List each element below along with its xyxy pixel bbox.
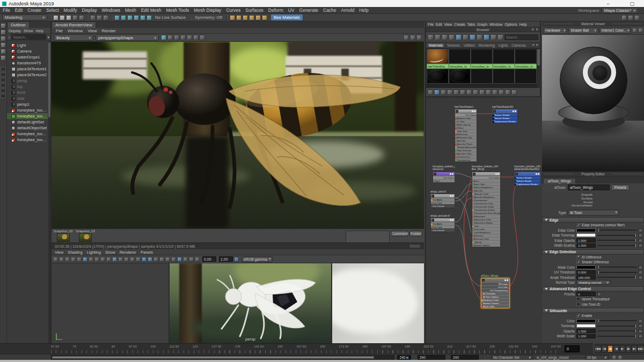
float-pane-icon[interactable]	[531, 28, 535, 31]
slider-handle[interactable]	[635, 334, 636, 338]
material-swatch[interactable]	[427, 69, 449, 84]
step-back-frame-button[interactable]: |◀	[602, 345, 607, 352]
node-header[interactable]	[481, 278, 509, 282]
stop-render-icon[interactable]	[404, 35, 409, 40]
resolution-gate-icon[interactable]	[106, 257, 111, 262]
shadows-icon[interactable]	[159, 257, 164, 262]
checkbox-edge-requires-contour-filter[interactable]	[576, 223, 580, 227]
rearrange-graph-icon[interactable]	[473, 90, 478, 95]
slider-handle[interactable]	[635, 324, 636, 328]
node-attr-out-color[interactable]: Out Color	[431, 225, 455, 228]
section-advanced-edge-control[interactable]: Advanced Edge Control	[542, 286, 644, 292]
node-attr-normal-camera[interactable]: Normal Camera	[472, 243, 500, 247]
renderview-tab[interactable]: Arnold RenderView	[52, 21, 96, 28]
select-normal-type[interactable]: shading normal	[576, 280, 611, 285]
material-swatch[interactable]	[493, 69, 515, 84]
link-aovs-icon[interactable]	[174, 35, 179, 40]
menu-display[interactable]: Display	[82, 8, 97, 13]
material-swatch[interactable]	[515, 49, 537, 64]
workspace-selector[interactable]: Maya Classic*	[602, 8, 638, 13]
color-swatch[interactable]	[576, 319, 596, 323]
range-slider-track[interactable]	[51, 355, 394, 360]
open-scene-icon[interactable]	[60, 15, 65, 20]
current-frame-field[interactable]: 0	[565, 345, 580, 352]
step-forward-frame-button[interactable]: ▶|	[632, 345, 637, 352]
material-swatch[interactable]	[471, 69, 493, 84]
viewport-empty-pane[interactable]	[52, 263, 170, 343]
multisample-anti-aliasing-icon[interactable]	[177, 257, 182, 262]
swatch-size-icon[interactable]	[484, 34, 489, 40]
x-ray-icon[interactable]	[195, 257, 200, 262]
slider-handle[interactable]	[635, 243, 636, 248]
menu-file[interactable]: File	[3, 8, 10, 13]
rotate-tool-icon[interactable]	[1, 49, 6, 54]
highlight-selection-icon[interactable]	[621, 15, 627, 20]
renderview-menu-file[interactable]: File	[56, 28, 63, 33]
two-stacked-layout-icon[interactable]	[1, 88, 6, 93]
value-field[interactable]: 0.000	[576, 270, 596, 275]
map-button[interactable]	[639, 276, 642, 279]
outliner-item-defaultobjectset[interactable]: defaultObjectSet	[7, 125, 48, 131]
menu-uv[interactable]: UV	[288, 8, 295, 13]
play-forward-button[interactable]: ▶	[620, 345, 625, 352]
node-editor-canvas[interactable]: hairTubeShader1Out ColorAmbient ColorIn …	[426, 98, 542, 343]
map-button[interactable]	[639, 329, 642, 333]
hypershade-persp-layout-icon[interactable]	[1, 94, 6, 98]
screen-space-ao-icon[interactable]	[165, 257, 170, 262]
hypershade-menu-file[interactable]: File	[428, 23, 434, 26]
map-button[interactable]	[639, 324, 642, 328]
snap-to-projected-center-icon[interactable]	[134, 15, 139, 20]
outliner-scrollbar[interactable]	[48, 41, 50, 343]
hypershade-tab-materials[interactable]: Materials	[427, 43, 444, 47]
menu-cache[interactable]: Cache	[323, 8, 336, 13]
node-header[interactable]	[433, 172, 455, 176]
map-button[interactable]	[639, 228, 642, 232]
renderview-menu-render[interactable]: Render	[102, 28, 116, 33]
outliner-item-place3dtexture1[interactable]: place3dTexture1	[7, 66, 48, 72]
color-management-icon[interactable]	[234, 257, 239, 262]
color-swatch[interactable]	[576, 265, 596, 269]
outliner-item-front[interactable]: front	[7, 90, 48, 95]
slider-handle[interactable]	[598, 265, 599, 269]
viewer-renderer-selector[interactable]: Hardware	[543, 27, 567, 34]
menu-mesh-tools[interactable]: Mesh Tools	[166, 8, 189, 13]
safe-title-icon[interactable]	[130, 257, 135, 262]
hypershade-menu-window[interactable]: Window	[489, 23, 502, 26]
node-attr-transparency[interactable]: Transparency	[455, 158, 477, 161]
slider[interactable]	[597, 240, 637, 241]
map-button[interactable]	[639, 265, 642, 269]
image-plane-icon[interactable]	[77, 257, 82, 262]
gamma-field[interactable]: 1.00	[219, 256, 233, 262]
filter-icon[interactable]	[47, 34, 49, 40]
outliner-menu-display[interactable]: Display	[9, 29, 21, 33]
presets-button[interactable]: Presets	[611, 184, 630, 190]
restore-button[interactable]: ▢	[630, 1, 634, 6]
render-camera-selector[interactable]: persp|perspShape	[96, 34, 159, 41]
create-material-icon[interactable]	[456, 34, 462, 40]
outliner-menu-show[interactable]: Show	[24, 29, 33, 33]
filter-icon[interactable]	[491, 34, 496, 40]
region-render-icon[interactable]	[193, 35, 199, 40]
material-swatch[interactable]	[471, 49, 493, 64]
scale-tool-icon[interactable]	[1, 55, 6, 61]
checkbox-shader-difference[interactable]	[576, 260, 580, 264]
four-view-layout-icon[interactable]	[1, 72, 6, 77]
input-output-connections-icon[interactable]	[434, 90, 440, 95]
use-all-lights-icon[interactable]	[153, 257, 158, 262]
playback-end-field[interactable]: 240	[451, 355, 479, 360]
node-attr-input[interactable]: Input	[433, 179, 455, 182]
select-by-component-icon[interactable]	[103, 15, 108, 20]
menu-arnold[interactable]: Arnold	[341, 8, 355, 13]
hypershade-menu-help[interactable]: Help	[519, 23, 527, 26]
grid-icon[interactable]	[94, 257, 99, 262]
menu-deform[interactable]: Deform	[268, 8, 283, 13]
snapshot-snapshot-03[interactable]: Snapshot_03	[76, 230, 94, 242]
section-silhouette[interactable]: Silhouette	[542, 308, 644, 313]
hide-attributes-icon[interactable]	[499, 90, 504, 95]
single-pane-layout-icon[interactable]	[1, 67, 6, 71]
list-view-icon[interactable]	[477, 34, 482, 40]
checkbox-enable[interactable]	[576, 314, 580, 317]
outliner-item-honeybee-lookdev-v04r[interactable]: honeybee_lookdev_v04r	[7, 137, 48, 143]
pin-selected-icon[interactable]	[479, 90, 485, 95]
new-scene-icon[interactable]	[53, 15, 58, 20]
